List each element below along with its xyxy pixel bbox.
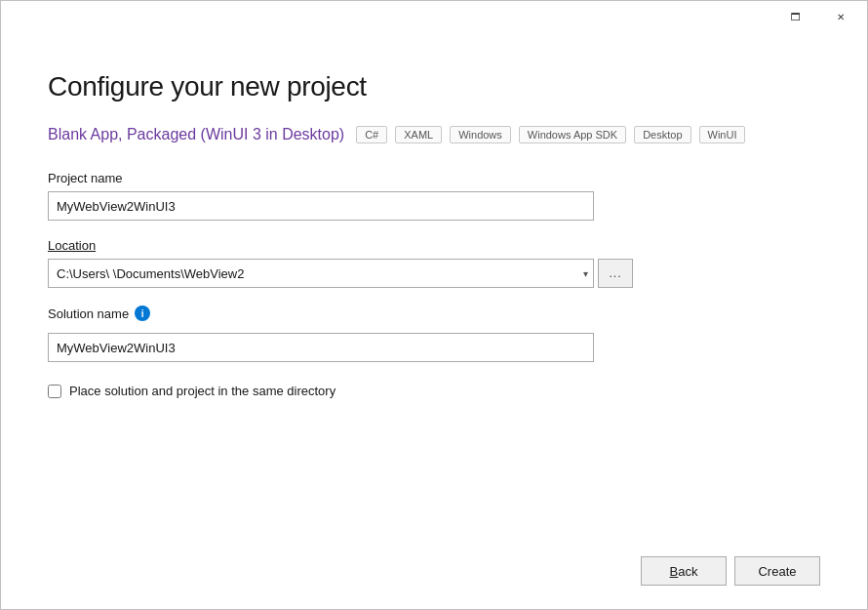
project-name-input[interactable]	[48, 191, 594, 221]
tag-windows-app-sdk: Windows App SDK	[519, 126, 626, 143]
configure-project-window: 🗖 ✕ Configure your new project Blank App…	[0, 0, 868, 610]
solution-name-label: Solution name	[48, 306, 129, 321]
location-row: C:\Users\ \Documents\WebView2 ▾ ...	[48, 259, 820, 288]
same-directory-row: Place solution and project in the same d…	[48, 384, 820, 398]
tag-desktop: Desktop	[634, 126, 690, 143]
location-label: Location	[48, 238, 820, 253]
project-type-name: Blank App, Packaged (WinUI 3 in Desktop)	[48, 126, 344, 143]
tag-xaml: XAML	[395, 126, 442, 143]
location-select-wrapper: C:\Users\ \Documents\WebView2 ▾	[48, 259, 594, 288]
project-name-section: Project name	[48, 171, 820, 221]
back-button[interactable]: Back	[641, 556, 727, 586]
create-button[interactable]: Create	[734, 556, 820, 586]
project-type-row: Blank App, Packaged (WinUI 3 in Desktop)…	[48, 126, 820, 143]
directory-underline: directory	[287, 384, 335, 398]
main-content: Configure your new project Blank App, Pa…	[1, 32, 867, 541]
browse-button[interactable]: ...	[598, 259, 633, 288]
tag-csharp: C#	[356, 126, 387, 143]
tag-winui: WinUI	[699, 126, 746, 143]
create-label: Create	[758, 564, 796, 579]
title-bar: 🗖 ✕	[1, 1, 867, 32]
back-label: Back	[670, 564, 698, 579]
project-name-label: Project name	[48, 171, 820, 185]
solution-name-section: Solution name i	[48, 305, 820, 327]
info-icon: i	[135, 305, 150, 321]
footer: Back Create	[1, 541, 867, 609]
page-title: Configure your new project	[48, 71, 820, 102]
solution-name-input-section	[48, 333, 820, 362]
location-label-text: Location	[48, 238, 96, 253]
location-select[interactable]: C:\Users\ \Documents\WebView2	[48, 259, 594, 288]
solution-name-input[interactable]	[48, 333, 594, 362]
location-section: Location C:\Users\ \Documents\WebView2 ▾…	[48, 238, 820, 288]
solution-name-label-row: Solution name i	[48, 305, 820, 321]
close-button[interactable]: ✕	[818, 1, 863, 32]
same-directory-label: Place solution and project in the same d…	[69, 384, 335, 398]
tag-windows: Windows	[450, 126, 511, 143]
restore-button[interactable]: 🗖	[773, 1, 818, 32]
same-directory-checkbox[interactable]	[48, 385, 61, 398]
